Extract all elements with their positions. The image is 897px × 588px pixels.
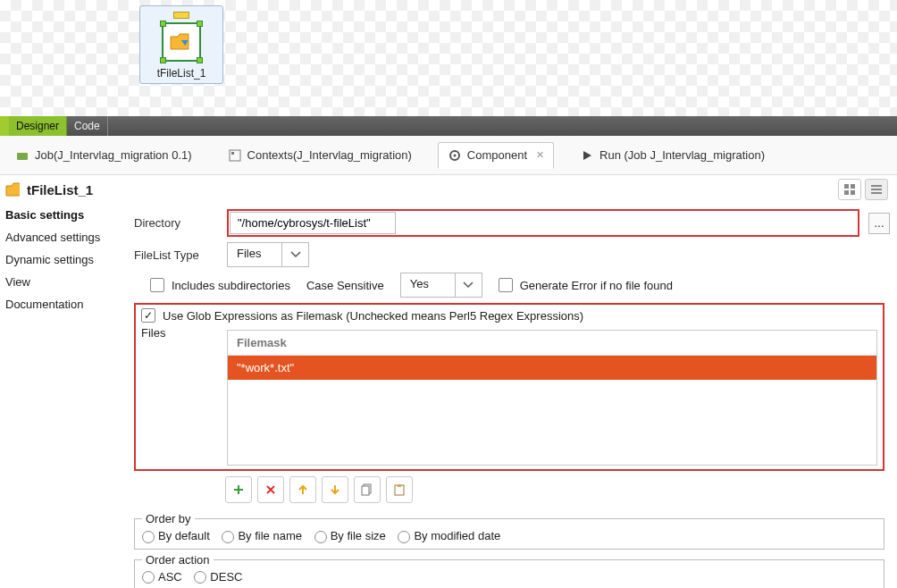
- svg-rect-10: [871, 189, 882, 190]
- copy-icon: [361, 483, 373, 496]
- tab-component-label: Component: [467, 148, 527, 162]
- bottom-tabbar: Job(J_Intervlag_migration 0.1) Contexts(…: [0, 136, 897, 175]
- order-by-modified-label: By modified date: [414, 529, 500, 542]
- svg-rect-2: [231, 152, 234, 155]
- directory-label: Directory: [134, 216, 218, 230]
- view-grid-button[interactable]: [838, 179, 861, 200]
- move-up-button[interactable]: [289, 476, 316, 503]
- ellipsis-icon: …: [874, 217, 884, 230]
- svg-rect-5: [844, 184, 849, 189]
- arrow-down-icon: [330, 483, 340, 496]
- settings-sidebar: Basic settings Advanced settings Dynamic…: [0, 204, 134, 588]
- sidebar-item-basic[interactable]: Basic settings: [0, 204, 134, 226]
- use-glob-checkbox[interactable]: [141, 308, 155, 323]
- mode-bar-accent: [0, 116, 9, 136]
- order-by-default-label: By default: [158, 529, 210, 542]
- svg-rect-1: [230, 150, 240, 161]
- job-icon: [15, 148, 29, 163]
- run-icon: [580, 148, 594, 163]
- filelist-type-value: Files: [228, 243, 281, 266]
- mode-bar: Designer Code: [0, 116, 897, 136]
- chevron-down-icon[interactable]: [455, 273, 482, 297]
- directory-input[interactable]: [230, 212, 396, 234]
- files-label: Files: [141, 326, 218, 340]
- tfilelist-header-icon: [5, 182, 20, 197]
- node-label: tFileList_1: [157, 67, 206, 80]
- order-action-desc-label: DESC: [210, 570, 242, 584]
- sidebar-item-documentation[interactable]: Documentation: [0, 293, 134, 315]
- svg-rect-13: [362, 486, 369, 495]
- tab-run[interactable]: Run (Job J_Intervlag_migration): [570, 142, 775, 169]
- component-header: tFileList_1: [0, 175, 897, 204]
- filemask-table[interactable]: Filemask "*work*.txt": [227, 330, 877, 466]
- svg-rect-8: [851, 190, 855, 195]
- add-row-button[interactable]: [225, 476, 252, 503]
- plus-icon: [232, 483, 245, 496]
- tab-job[interactable]: Job(J_Intervlag_migration 0.1): [5, 142, 202, 169]
- svg-rect-15: [398, 484, 401, 487]
- tab-run-label: Run (Job J_Intervlag_migration): [599, 148, 765, 162]
- copy-button[interactable]: [354, 476, 381, 503]
- filemask-row[interactable]: "*work*.txt": [228, 356, 876, 380]
- paste-button[interactable]: [386, 476, 413, 503]
- mode-tab-code[interactable]: Code: [67, 116, 108, 136]
- filemask-header: Filemask: [228, 331, 876, 356]
- paste-icon: [393, 483, 406, 496]
- use-glob-label: Use Glob Expressions as Filemask (Unchec…: [163, 309, 583, 323]
- sidebar-item-advanced[interactable]: Advanced settings: [0, 226, 134, 248]
- design-canvas[interactable]: tFileList_1: [0, 0, 897, 116]
- order-action-desc[interactable]: DESC: [194, 570, 242, 584]
- order-action-asc[interactable]: ASC: [142, 570, 182, 584]
- order-by-legend: Order by: [142, 512, 195, 525]
- tab-contexts-label: Contexts(J_Intervlag_migration): [247, 148, 412, 162]
- node-handle-top: [173, 12, 189, 19]
- order-action-fieldset: Order action ASC DESC: [134, 553, 884, 588]
- filelist-type-select[interactable]: Files: [227, 242, 309, 267]
- svg-rect-7: [844, 190, 849, 195]
- order-by-fieldset: Order by By default By file name By file…: [134, 512, 884, 550]
- generate-error-checkbox[interactable]: [499, 278, 513, 292]
- contexts-icon: [228, 148, 242, 163]
- svg-rect-11: [871, 192, 882, 194]
- tab-job-label: Job(J_Intervlag_migration 0.1): [35, 148, 192, 162]
- svg-rect-0: [17, 153, 28, 160]
- filemask-toolbar: [225, 476, 890, 503]
- view-list-button[interactable]: [865, 179, 888, 200]
- case-sensitive-value: Yes: [401, 273, 455, 297]
- includes-subdirs-label: Includes subdirectories: [172, 279, 290, 292]
- basic-settings-form: Directory … FileList Type Files Includes…: [134, 204, 897, 588]
- filelist-type-label: FileList Type: [134, 248, 218, 262]
- includes-subdirs-checkbox[interactable]: [150, 278, 164, 292]
- generate-error-label: Generate Error if no file found: [520, 279, 673, 292]
- order-by-modified[interactable]: By modified date: [398, 529, 500, 542]
- svg-rect-6: [851, 184, 855, 189]
- sidebar-item-dynamic[interactable]: Dynamic settings: [0, 248, 134, 271]
- arrow-up-icon: [298, 483, 308, 496]
- svg-point-4: [453, 154, 456, 156]
- sidebar-item-view[interactable]: View: [0, 271, 134, 293]
- component-icon: [448, 148, 462, 163]
- tab-component[interactable]: Component ✕: [438, 142, 554, 169]
- component-title: tFileList_1: [27, 182, 93, 197]
- delete-row-button[interactable]: [257, 476, 284, 503]
- tab-component-close[interactable]: ✕: [536, 149, 544, 161]
- chevron-down-icon[interactable]: [281, 243, 308, 266]
- order-action-legend: Order action: [142, 553, 214, 567]
- tfilelist-icon: [162, 22, 201, 62]
- case-sensitive-label: Case Sensitive: [306, 279, 384, 292]
- order-action-asc-label: ASC: [158, 570, 182, 584]
- directory-browse-button[interactable]: …: [868, 213, 890, 234]
- svg-rect-9: [871, 185, 882, 187]
- order-by-filesize-label: By file size: [331, 529, 386, 542]
- tab-contexts[interactable]: Contexts(J_Intervlag_migration): [218, 142, 422, 169]
- order-by-filename[interactable]: By file name: [222, 529, 302, 542]
- order-by-filename-label: By file name: [238, 529, 302, 542]
- order-by-filesize[interactable]: By file size: [314, 529, 386, 542]
- mode-tab-designer[interactable]: Designer: [9, 116, 67, 136]
- move-down-button[interactable]: [322, 476, 348, 503]
- close-icon: [265, 484, 276, 495]
- tfilelist-node[interactable]: tFileList_1: [139, 5, 223, 84]
- case-sensitive-select[interactable]: Yes: [400, 273, 482, 298]
- order-by-default[interactable]: By default: [142, 529, 210, 542]
